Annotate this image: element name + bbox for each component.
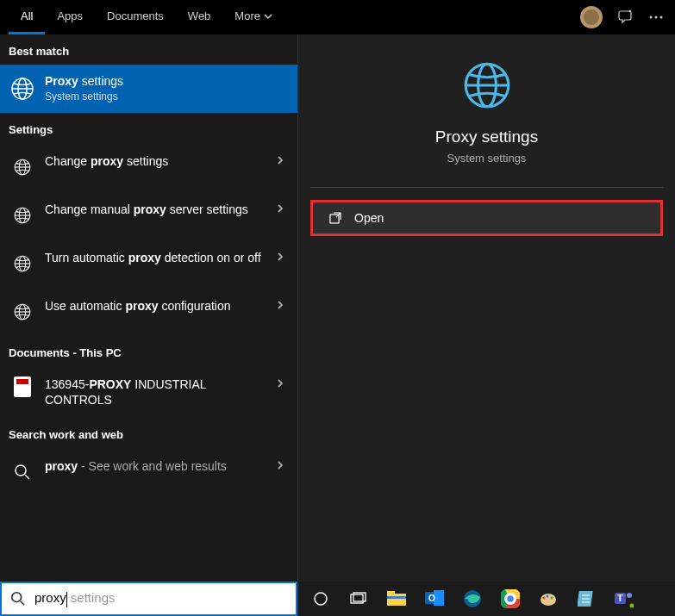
user-avatar[interactable]	[580, 6, 603, 28]
open-button[interactable]: Open	[310, 200, 663, 236]
svg-point-53	[630, 604, 634, 608]
document-result[interactable]: 136945-PROXY INDUSTRIAL CONTROLS	[0, 366, 297, 418]
chrome-icon[interactable]	[494, 582, 527, 616]
svg-point-26	[315, 593, 327, 605]
chevron-right-icon	[272, 376, 289, 392]
teams-icon[interactable]: T	[608, 582, 641, 616]
svg-rect-31	[387, 596, 406, 599]
svg-point-52	[627, 593, 632, 598]
search-input-bar[interactable]: proxy settings	[0, 582, 297, 616]
preview-title: Proxy settings	[316, 128, 658, 146]
svg-point-1	[655, 16, 658, 19]
svg-point-44	[547, 595, 549, 598]
chevron-down-icon	[264, 14, 272, 19]
svg-rect-30	[387, 591, 395, 595]
svg-text:T: T	[617, 593, 623, 603]
tab-documents[interactable]: Documents	[95, 0, 176, 34]
svg-point-18	[16, 465, 26, 476]
search-icon	[14, 464, 31, 481]
globe-icon	[13, 302, 32, 321]
web-search-result[interactable]: proxy - See work and web results	[0, 448, 297, 496]
search-results-panel: Best match Proxy settings System setting…	[0, 34, 297, 582]
taskbar: O T	[297, 582, 675, 616]
cortana-icon[interactable]	[304, 582, 337, 616]
best-match-header: Best match	[0, 34, 297, 65]
svg-point-0	[650, 16, 653, 19]
globe-icon	[460, 59, 514, 112]
work-web-header: Search work and web	[0, 418, 297, 448]
documents-header: Documents - This PC	[0, 336, 297, 366]
svg-point-43	[543, 597, 546, 600]
svg-point-24	[12, 593, 22, 602]
search-filter-tabs: All Apps Documents Web More	[0, 0, 675, 34]
globe-icon	[9, 76, 35, 102]
svg-point-2	[660, 16, 663, 19]
pdf-icon	[14, 376, 31, 397]
svg-line-19	[25, 475, 29, 479]
edge-icon[interactable]	[456, 582, 489, 616]
file-explorer-icon[interactable]	[380, 582, 413, 616]
svg-rect-29	[387, 594, 406, 606]
tab-all[interactable]: All	[9, 0, 45, 34]
tab-apps[interactable]: Apps	[45, 0, 95, 34]
search-icon	[10, 591, 26, 607]
task-view-icon[interactable]	[342, 582, 375, 616]
outlook-icon[interactable]: O	[418, 582, 451, 616]
svg-rect-33	[434, 590, 444, 606]
divider	[310, 187, 663, 188]
svg-line-25	[21, 601, 25, 606]
best-match-result[interactable]: Proxy settings System settings	[0, 65, 297, 113]
globe-icon	[13, 158, 32, 177]
svg-text:O: O	[428, 594, 435, 603]
settings-header: Settings	[0, 113, 297, 143]
settings-item-auto-config[interactable]: Use automatic proxy configuration	[0, 288, 297, 336]
settings-item-manual-proxy[interactable]: Change manual proxy server settings	[0, 191, 297, 240]
preview-subtitle: System settings	[316, 152, 658, 165]
chevron-right-icon	[272, 458, 289, 474]
chevron-right-icon	[272, 250, 289, 265]
open-link-icon	[328, 211, 342, 225]
search-input[interactable]: proxy settings	[34, 590, 287, 607]
globe-icon	[13, 254, 32, 273]
paint-icon[interactable]	[532, 582, 565, 616]
globe-icon	[13, 206, 32, 225]
chevron-right-icon	[272, 298, 289, 314]
feedback-icon[interactable]	[618, 9, 634, 25]
tab-web[interactable]: Web	[176, 0, 223, 34]
ellipsis-icon[interactable]	[649, 16, 663, 19]
settings-item-change-proxy[interactable]: Change proxy settings	[0, 143, 297, 191]
svg-point-45	[551, 597, 553, 600]
settings-item-auto-detection[interactable]: Turn automatic proxy detection on or off	[0, 240, 297, 288]
notepad-icon[interactable]	[570, 582, 603, 616]
tab-more[interactable]: More	[222, 0, 284, 34]
chevron-right-icon	[272, 153, 289, 169]
chevron-right-icon	[272, 202, 289, 217]
preview-panel: Proxy settings System settings Open	[297, 34, 675, 582]
